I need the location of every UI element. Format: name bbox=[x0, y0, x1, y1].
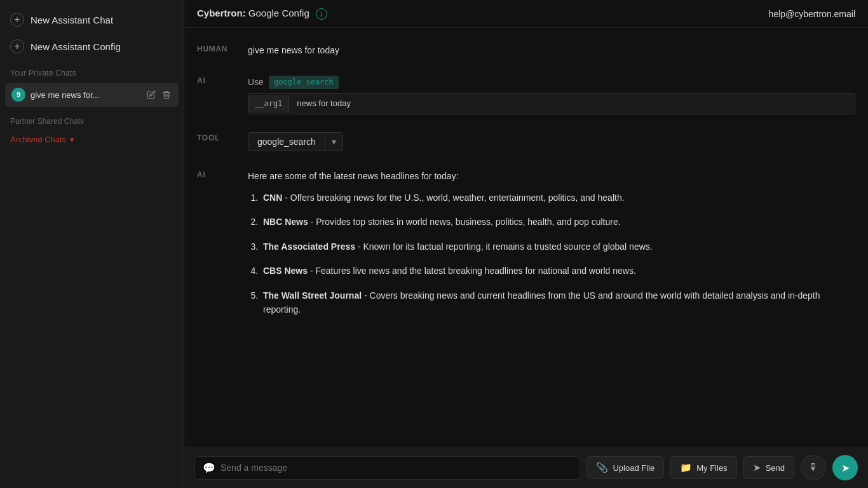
ai-tool-use-content: Use google_search __arg1 news for today bbox=[248, 75, 855, 114]
chat-area: HUMAN give me news for today AI Use goog… bbox=[184, 28, 868, 447]
upload-file-button[interactable]: 📎 Upload File bbox=[587, 456, 664, 479]
news-source: NBC News bbox=[263, 217, 308, 227]
partner-chats-label: Partner Shared Chats bbox=[0, 108, 184, 130]
archived-chats-label: Archived Chats bbox=[10, 135, 66, 144]
human-message-block: HUMAN give me news for today bbox=[197, 43, 855, 57]
info-icon[interactable]: i bbox=[316, 8, 327, 20]
news-item: CBS News - Features live news and the la… bbox=[261, 264, 855, 278]
chat-actions bbox=[146, 89, 172, 100]
arg-row: __arg1 news for today bbox=[248, 93, 855, 114]
tool-dropdown-arrow[interactable]: ▾ bbox=[325, 133, 342, 151]
send-icon: ➤ bbox=[841, 462, 850, 474]
chat-bubble-icon: 💬 bbox=[203, 462, 215, 474]
chat-item[interactable]: 9 give me news for... bbox=[5, 83, 179, 107]
delete-chat-button[interactable] bbox=[161, 89, 172, 100]
arg-label: __arg1 bbox=[248, 95, 289, 113]
tool-role-label: TOOL bbox=[197, 132, 235, 151]
news-item: CNN - Offers breaking news for the U.S.,… bbox=[261, 191, 855, 205]
arg-value: news for today bbox=[289, 94, 855, 114]
news-intro: Here are some of the latest news headlin… bbox=[248, 169, 855, 183]
news-item: The Wall Street Journal - Covers breakin… bbox=[261, 288, 855, 317]
new-assistant-config-button[interactable]: + New Assistant Config bbox=[0, 33, 184, 60]
archived-chats-row[interactable]: Archived Chats ▾ bbox=[0, 130, 184, 149]
message-input-wrapper: 💬 bbox=[194, 456, 580, 480]
news-item: NBC News - Provides top stories in world… bbox=[261, 215, 855, 229]
edit-chat-button[interactable] bbox=[146, 89, 157, 100]
use-keyword: Use bbox=[248, 75, 264, 89]
send-button[interactable]: ➤ Send bbox=[743, 456, 794, 479]
news-item: The Associated Press - Known for its fac… bbox=[261, 240, 855, 254]
help-email: help@cybertron.email bbox=[769, 9, 855, 19]
mic-button[interactable]: 🎙 bbox=[801, 455, 826, 480]
message-input[interactable] bbox=[220, 463, 572, 473]
main-panel: Cybertron: Google Config i help@cybertro… bbox=[184, 0, 868, 488]
ai-news-content: Here are some of the latest news headlin… bbox=[248, 169, 855, 317]
ai-news-block: AI Here are some of the latest news head… bbox=[197, 169, 855, 317]
new-assistant-chat-label: New Assistant Chat bbox=[31, 15, 113, 25]
ai-role-label-2: AI bbox=[197, 169, 235, 317]
topbar: Cybertron: Google Config i help@cybertro… bbox=[184, 0, 868, 28]
news-source: The Associated Press bbox=[263, 241, 355, 252]
brand-label: Cybertron: bbox=[197, 8, 246, 18]
folder-icon: 📁 bbox=[680, 462, 692, 473]
ai-tool-use-block: AI Use google_search __arg1 news for tod… bbox=[197, 75, 855, 114]
news-list: CNN - Offers breaking news for the U.S.,… bbox=[248, 191, 855, 316]
new-assistant-config-label: New Assistant Config bbox=[31, 41, 121, 52]
chat-title: give me news for... bbox=[31, 90, 140, 100]
archived-chats-chevron-icon: ▾ bbox=[70, 135, 74, 144]
mic-icon: 🎙 bbox=[808, 462, 818, 473]
news-source: The Wall Street Journal bbox=[263, 290, 362, 301]
sidebar: + New Assistant Chat + New Assistant Con… bbox=[0, 0, 184, 488]
news-source: CNN bbox=[263, 193, 282, 203]
plus-icon: + bbox=[10, 13, 24, 27]
tool-block: TOOL google_search ▾ bbox=[197, 132, 855, 151]
tool-name-tag: google_search bbox=[269, 76, 339, 89]
tool-select-box: google_search ▾ bbox=[248, 132, 343, 151]
chat-badge: 9 bbox=[11, 88, 25, 102]
config-info: Cybertron: Google Config i bbox=[197, 8, 327, 20]
send-arrow-icon: ➤ bbox=[753, 462, 761, 473]
human-role-label: HUMAN bbox=[197, 43, 235, 57]
new-assistant-chat-button[interactable]: + New Assistant Chat bbox=[0, 6, 184, 33]
plus-config-icon: + bbox=[10, 39, 24, 53]
send-icon-button[interactable]: ➤ bbox=[832, 455, 858, 480]
upload-icon: 📎 bbox=[596, 462, 608, 473]
ai-role-label-1: AI bbox=[197, 75, 235, 114]
my-files-button[interactable]: 📁 My Files bbox=[670, 456, 736, 479]
tool-select-name: google_search bbox=[248, 133, 325, 151]
bottom-bar: 💬 📎 Upload File 📁 My Files ➤ Send 🎙 ➤ bbox=[184, 447, 868, 488]
tool-content: google_search ▾ bbox=[248, 132, 343, 151]
human-message-content: give me news for today bbox=[248, 43, 855, 57]
tool-use-header: Use google_search bbox=[248, 75, 855, 89]
news-source: CBS News bbox=[263, 266, 308, 276]
private-chats-label: Your Private Chats bbox=[0, 60, 184, 81]
